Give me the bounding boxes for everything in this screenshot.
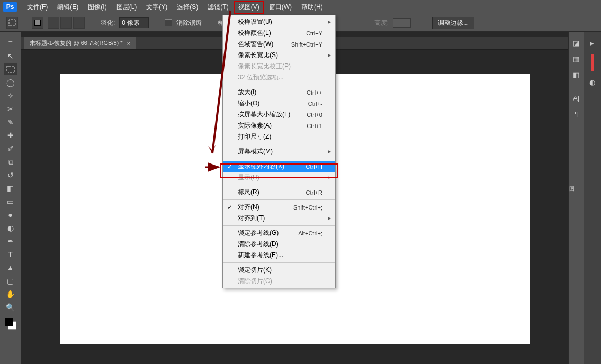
menu-snap-to[interactable]: 对齐到(T) (223, 213, 335, 224)
svg-rect-0 (9, 20, 15, 26)
right-dock: ◪ ▦ ◧ A| ¶ ▸ ◐ 图 (568, 32, 601, 364)
svg-rect-1 (7, 66, 14, 72)
menu-pixel-aspect-corr: 像素长宽比校正(P) (223, 61, 335, 72)
selection-mode-group (48, 17, 85, 29)
eyedropper-tool-icon[interactable]: ✎ (4, 116, 17, 128)
menu-filter[interactable]: 滤镜(T) (203, 1, 233, 14)
character-panel-icon[interactable]: A| (570, 92, 582, 104)
stamp-tool-icon[interactable]: ⧉ (4, 156, 17, 168)
type-tool-icon[interactable]: T (4, 249, 17, 260)
menu-snap[interactable]: ✓对齐(N)Shift+Ctrl+; (223, 202, 335, 213)
menu-separator (223, 185, 335, 185)
subtract-selection-icon[interactable] (60, 17, 72, 29)
styles-panel-icon[interactable]: ◧ (570, 69, 582, 80)
app-logo: Ps (3, 2, 17, 12)
menu-separator (223, 85, 335, 85)
gradient-tool-icon[interactable]: ▭ (4, 196, 17, 207)
eraser-tool-icon[interactable]: ◧ (4, 183, 17, 194)
color-swatches[interactable] (5, 318, 16, 330)
document-tab-title: 未标题-1-恢复的 @ 66.7%(RGB/8) * (30, 39, 123, 47)
dodge-tool-icon[interactable]: ◐ (4, 222, 17, 234)
history-panel-icon[interactable]: ◪ (570, 37, 582, 49)
menu-separator (223, 225, 335, 226)
menu-print-size[interactable]: 打印尺寸(Z) (223, 131, 335, 142)
menu-actual-pixels[interactable]: 实际像素(A)Ctrl+1 (223, 120, 335, 131)
marquee-tool-icon[interactable] (4, 63, 17, 75)
menu-proof-colors[interactable]: 校样颜色(L)Ctrl+Y (223, 28, 335, 39)
menu-edit[interactable]: 编辑(E) (52, 1, 83, 14)
crop-tool-icon[interactable]: ✂ (4, 103, 17, 115)
menu-zoom-out[interactable]: 缩小(O)Ctrl+- (223, 98, 335, 109)
zoom-tool-icon[interactable]: 🔍 (4, 302, 17, 313)
menu-view[interactable]: 视图(V) (234, 1, 264, 14)
paragraph-panel-icon[interactable]: ¶ (570, 108, 582, 120)
move-tool-icon[interactable]: ↖ (4, 50, 17, 62)
path-select-icon[interactable]: ▲ (4, 262, 17, 274)
antialias-checkbox[interactable] (165, 19, 172, 26)
collapse-panel-icon[interactable]: ▸ (587, 37, 598, 49)
height-input[interactable] (393, 18, 411, 28)
brush-tool-icon[interactable]: ✐ (4, 143, 17, 154)
menu-new-guide[interactable]: 新建参考线(E)... (223, 250, 335, 261)
menu-32bit-preview: 32 位预览选项... (223, 72, 335, 83)
menu-separator (223, 144, 335, 144)
menu-select[interactable]: 选择(S) (172, 1, 203, 14)
feather-label: 羽化: (101, 19, 115, 28)
right-dock-main: ▸ ◐ (584, 32, 601, 364)
document-tab[interactable]: 未标题-1-恢复的 @ 66.7%(RGB/8) * × (24, 37, 136, 49)
grip-icon[interactable]: ≡ (4, 37, 17, 49)
color-panel-strip[interactable] (591, 54, 594, 71)
heal-tool-icon[interactable]: ✚ (4, 130, 17, 141)
menu-window[interactable]: 窗口(W) (264, 1, 297, 14)
close-icon[interactable]: × (127, 40, 130, 47)
adjust-edge-button[interactable]: 调整边缘... (432, 17, 474, 29)
menu-help[interactable]: 帮助(H) (297, 1, 328, 14)
menu-rulers[interactable]: 标尺(R)Ctrl+R (223, 187, 335, 198)
shape-tool-icon[interactable]: ▢ (4, 275, 17, 287)
height-label: 高度: (374, 19, 389, 28)
view-menu-dropdown: 校样设置(U) 校样颜色(L)Ctrl+Y 色域警告(W)Shift+Ctrl+… (222, 15, 336, 288)
add-selection-icon[interactable] (48, 17, 59, 29)
intersect-selection-icon[interactable] (73, 17, 85, 29)
menu-image[interactable]: 图像(I) (83, 1, 111, 14)
marquee-tool-preset-icon[interactable] (6, 17, 18, 29)
adjustments-panel-icon[interactable]: ◐ (587, 76, 598, 88)
history-brush-icon[interactable]: ↺ (4, 169, 17, 181)
menu-zoom-in[interactable]: 放大(I)Ctrl++ (223, 87, 335, 98)
tools-panel: ≡ ↖ ◯ ✧ ✂ ✎ ✚ ✐ ⧉ ↺ ◧ ▭ ● ◐ ✒ T ▲ ▢ ✋ 🔍 (0, 32, 21, 364)
menu-screen-mode[interactable]: 屏幕模式(M) (223, 146, 335, 157)
menu-separator (223, 159, 335, 159)
antialias-label: 消除锯齿 (176, 19, 202, 28)
swatches-panel-icon[interactable]: ▦ (570, 53, 582, 65)
pen-tool-icon[interactable]: ✒ (4, 235, 17, 247)
layers-panel-label[interactable]: 图 (569, 185, 575, 193)
wand-tool-icon[interactable]: ✧ (4, 90, 17, 102)
check-icon: ✓ (227, 163, 232, 170)
menu-clear-slices: 清除切片(C) (223, 276, 335, 287)
feather-input[interactable] (119, 17, 149, 28)
menu-layer[interactable]: 图层(L) (112, 1, 142, 14)
check-icon: ✓ (227, 204, 232, 211)
menu-separator (223, 199, 335, 200)
lasso-tool-icon[interactable]: ◯ (4, 77, 17, 88)
menu-lock-slices[interactable]: 锁定切片(K) (223, 265, 335, 276)
menu-extras[interactable]: ✓显示额外内容(X)Ctrl+H (223, 161, 335, 172)
menu-proof-setup[interactable]: 校样设置(U) (223, 16, 335, 28)
new-selection-icon[interactable] (32, 17, 43, 29)
menu-fit-screen[interactable]: 按屏幕大小缩放(F)Ctrl+0 (223, 109, 335, 120)
menu-type[interactable]: 文字(Y) (141, 1, 172, 14)
menu-lock-guides[interactable]: 锁定参考线(G)Alt+Ctrl+; (223, 228, 335, 239)
menu-file[interactable]: 文件(F) (22, 1, 52, 14)
menu-separator (223, 262, 335, 263)
blur-tool-icon[interactable]: ● (4, 209, 17, 221)
hand-tool-icon[interactable]: ✋ (4, 288, 17, 300)
menu-clear-guides[interactable]: 清除参考线(D) (223, 239, 335, 250)
menu-gamut-warning[interactable]: 色域警告(W)Shift+Ctrl+Y (223, 39, 335, 50)
menu-bar: Ps 文件(F) 编辑(E) 图像(I) 图层(L) 文字(Y) 选择(S) 滤… (0, 0, 601, 14)
right-dock-narrow: ◪ ▦ ◧ A| ¶ (568, 32, 584, 364)
menu-show[interactable]: 显示(H) (223, 172, 335, 183)
menu-pixel-aspect[interactable]: 像素长宽比(S) (223, 50, 335, 61)
